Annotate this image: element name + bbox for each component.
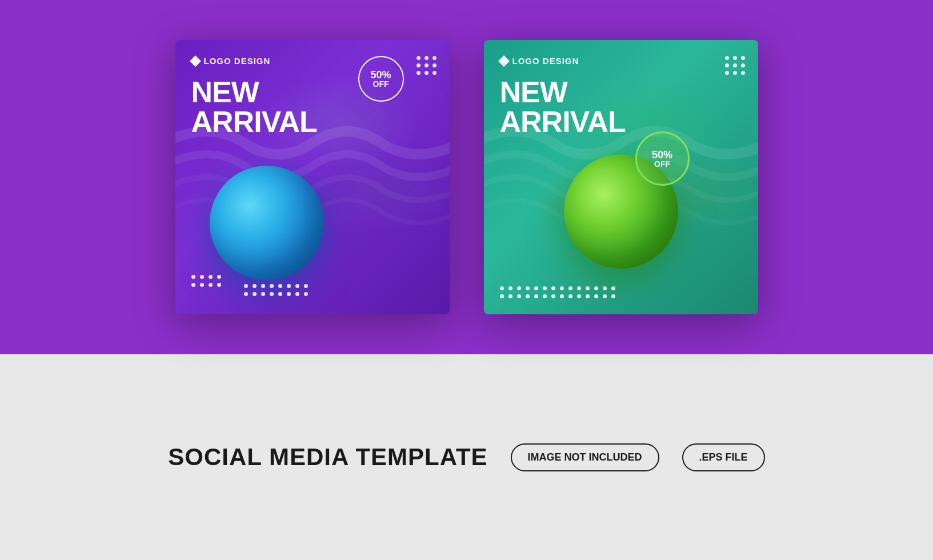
dot bbox=[543, 286, 547, 290]
image-not-included-badge: IMAGE NOT INCLUDED bbox=[511, 443, 659, 471]
dot bbox=[191, 283, 195, 287]
dot bbox=[741, 56, 745, 60]
dot bbox=[725, 63, 729, 67]
dot bbox=[560, 294, 564, 298]
card2-title: NEW ARRIVAL bbox=[500, 77, 626, 137]
dot bbox=[417, 63, 421, 67]
card1-discount-percent: 50% bbox=[370, 70, 391, 80]
dot bbox=[568, 286, 572, 290]
logo-diamond-icon-2 bbox=[498, 55, 510, 67]
card1-logo: LOGO DESIGN bbox=[191, 56, 271, 66]
dot bbox=[295, 284, 299, 288]
dot bbox=[261, 284, 265, 288]
dot bbox=[287, 284, 291, 288]
card1-discount-badge: 50% OFF bbox=[358, 56, 404, 102]
dot bbox=[603, 294, 607, 298]
dot bbox=[741, 63, 745, 67]
dot bbox=[270, 292, 274, 296]
card1-dot-grid-bottom-left bbox=[191, 275, 222, 287]
dot bbox=[244, 292, 248, 296]
card1-new-text: NEW bbox=[191, 77, 317, 107]
dot bbox=[217, 275, 221, 279]
dot bbox=[725, 71, 729, 75]
dot bbox=[568, 294, 572, 298]
card1-arrival-text: ARRIVAL bbox=[191, 107, 317, 137]
dot bbox=[270, 284, 274, 288]
dot bbox=[526, 294, 530, 298]
dot bbox=[417, 71, 421, 75]
dot bbox=[534, 294, 538, 298]
top-section: LOGO DESIGN NEW ARRIVAL 50% OFF bbox=[0, 0, 933, 354]
dot bbox=[551, 286, 555, 290]
dot bbox=[425, 71, 429, 75]
dot bbox=[209, 275, 213, 279]
social-media-title: SOCIAL MEDIA TEMPLATE bbox=[168, 443, 487, 471]
card1-title: NEW ARRIVAL bbox=[191, 77, 317, 137]
dot bbox=[526, 286, 530, 290]
card2-dot-grid-top-right bbox=[725, 56, 746, 75]
dot bbox=[500, 286, 504, 290]
card2-new-text: NEW bbox=[500, 77, 626, 107]
dot bbox=[433, 71, 437, 75]
dot bbox=[304, 284, 308, 288]
card1-dot-grid-top-right bbox=[417, 56, 437, 75]
dot bbox=[261, 292, 265, 296]
card1-dot-grid-bottom-center bbox=[244, 284, 309, 296]
dot bbox=[611, 294, 615, 298]
dot bbox=[586, 294, 590, 298]
card1-sphere bbox=[210, 166, 324, 280]
dot bbox=[725, 56, 729, 60]
card1-logo-text: LOGO DESIGN bbox=[204, 56, 271, 66]
dot bbox=[551, 294, 555, 298]
card-purple: LOGO DESIGN NEW ARRIVAL 50% OFF bbox=[175, 40, 450, 314]
logo-diamond-icon bbox=[190, 55, 201, 67]
dot bbox=[733, 71, 737, 75]
dot bbox=[200, 275, 204, 279]
dot bbox=[560, 286, 564, 290]
card2-dot-grid-bottom bbox=[500, 286, 616, 298]
dot bbox=[508, 294, 512, 298]
card2-discount-badge: 50% OFF bbox=[635, 131, 690, 186]
dot bbox=[253, 284, 257, 288]
dot bbox=[278, 284, 282, 288]
dot bbox=[425, 56, 429, 60]
dot bbox=[217, 283, 221, 287]
card2-logo: LOGO DESIGN bbox=[500, 56, 579, 66]
dot bbox=[417, 56, 421, 60]
dot bbox=[517, 286, 521, 290]
eps-file-badge: .EPS FILE bbox=[682, 443, 765, 471]
dot bbox=[577, 286, 581, 290]
dot bbox=[733, 63, 737, 67]
dot bbox=[594, 286, 598, 290]
bottom-section: SOCIAL MEDIA TEMPLATE IMAGE NOT INCLUDED… bbox=[0, 354, 933, 560]
card2-discount-off: OFF bbox=[654, 160, 670, 168]
card-teal: LOGO DESIGN NEW ARRIVAL 50% OFF bbox=[484, 40, 758, 314]
dot bbox=[191, 275, 195, 279]
dot bbox=[543, 294, 547, 298]
dot bbox=[425, 63, 429, 67]
dot bbox=[611, 286, 615, 290]
card2-discount-percent: 50% bbox=[652, 150, 672, 160]
dot bbox=[209, 283, 213, 287]
dot bbox=[433, 56, 437, 60]
dot bbox=[304, 292, 308, 296]
dot bbox=[295, 292, 299, 296]
dot bbox=[733, 56, 737, 60]
dot bbox=[244, 284, 248, 288]
dot bbox=[500, 294, 504, 298]
card1-discount-off: OFF bbox=[373, 80, 389, 88]
dot bbox=[577, 294, 581, 298]
dot bbox=[517, 294, 521, 298]
dot bbox=[586, 286, 590, 290]
dot bbox=[741, 71, 745, 75]
card2-logo-text: LOGO DESIGN bbox=[512, 56, 579, 66]
dot bbox=[534, 286, 538, 290]
dot bbox=[594, 294, 598, 298]
dot bbox=[603, 286, 607, 290]
dot bbox=[278, 292, 282, 296]
dot bbox=[287, 292, 291, 296]
card2-arrival-text: ARRIVAL bbox=[500, 107, 626, 137]
dot bbox=[433, 63, 437, 67]
dot bbox=[200, 283, 204, 287]
dot bbox=[253, 292, 257, 296]
